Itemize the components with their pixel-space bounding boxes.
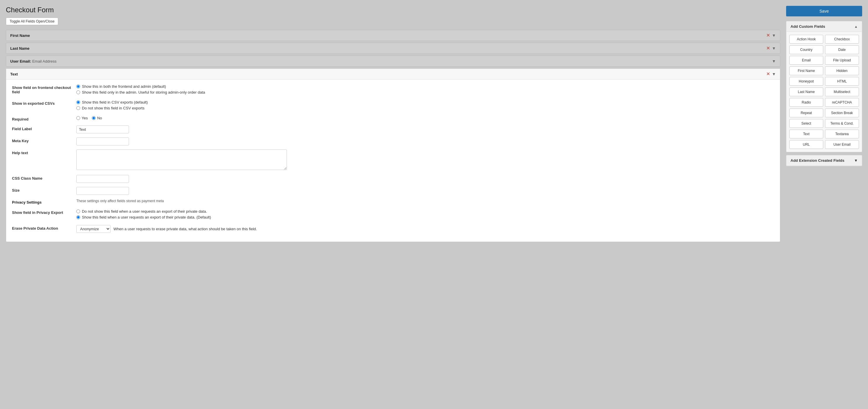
field-btn-country[interactable]: Country [789, 45, 823, 54]
field-btn-hidden[interactable]: Hidden [825, 66, 859, 75]
field-btn-textarea[interactable]: Textarea [825, 129, 859, 138]
help-text-row: Help text [12, 149, 774, 171]
field-btn-html[interactable]: HTML [825, 77, 859, 86]
show-csv-no-label: Do not show this field in CSV exports [82, 106, 145, 110]
help-text-label: Help text [12, 149, 76, 155]
css-class-label: CSS Class Name [12, 175, 76, 180]
first-name-arrow-icon[interactable]: ▼ [772, 33, 776, 38]
css-class-row: CSS Class Name [12, 175, 774, 183]
size-input[interactable] [76, 187, 129, 195]
show-csv-label: Show in exported CSVs [12, 100, 76, 106]
user-email-sublabel: Email Address [32, 59, 57, 63]
save-button[interactable]: Save [786, 6, 862, 17]
last-name-arrow-icon[interactable]: ▼ [772, 46, 776, 51]
field-label-input[interactable] [76, 125, 129, 134]
required-no-label: No [97, 116, 102, 120]
text-field-panel: Text ✕ ▼ Show field on frontend checkout… [6, 68, 780, 242]
required-radio-no[interactable] [92, 116, 96, 120]
field-btn-url[interactable]: URL [789, 140, 823, 149]
user-email-arrow-icon[interactable]: ▼ [772, 59, 776, 63]
first-name-controls: ✕ ▼ [766, 33, 776, 38]
privacy-radio-yes[interactable] [76, 215, 80, 219]
show-field-label: Show field on frontend checkout field [12, 84, 76, 94]
show-field-radio-both[interactable] [76, 85, 80, 88]
privacy-no-label: Do not show this field when a user reque… [82, 209, 207, 213]
required-row: Required Yes No [12, 116, 774, 121]
field-btn-select[interactable]: Select [789, 119, 823, 128]
show-csv-yes-label: Show this field in CSV exports (default) [82, 100, 148, 105]
required-yes-label: Yes [82, 116, 88, 120]
field-btn-first-name[interactable]: First Name [789, 66, 823, 75]
show-csv-radio-no[interactable] [76, 106, 80, 110]
css-class-content [76, 175, 774, 183]
required-label: Required [12, 116, 76, 121]
extension-fields-header[interactable]: Add Extension Created Fields ▼ [786, 155, 862, 166]
custom-fields-chevron: ▲ [854, 25, 858, 29]
show-field-radio-admin[interactable] [76, 90, 80, 94]
show-privacy-row: Show field in Privacy Export Do not show… [12, 209, 774, 221]
field-btn-email[interactable]: Email [789, 56, 823, 65]
privacy-yes-label: Show this field when a user requests an … [82, 215, 211, 220]
size-content [76, 187, 774, 195]
field-btn-section-break[interactable]: Section Break [825, 109, 859, 117]
field-btn-recaptcha[interactable]: reCAPTCHA [825, 98, 859, 107]
custom-fields-section: Add Custom Fields ▲ Action HookCheckboxC… [786, 21, 862, 152]
field-btn-last-name[interactable]: Last Name [789, 87, 823, 96]
field-btn-radio[interactable]: Radio [789, 98, 823, 107]
field-row-last-name: Last Name ✕ ▼ [6, 43, 780, 54]
erase-select[interactable]: Anonymize Remove Keep [76, 225, 111, 233]
field-btn-terms-cond[interactable]: Terms & Cond. [825, 119, 859, 128]
css-class-input[interactable] [76, 175, 129, 183]
privacy-label-col: Privacy Settings [12, 199, 76, 205]
meta-key-content [76, 138, 774, 145]
show-field-option-admin: Show this field only in the admin. Usefu… [76, 90, 774, 94]
erase-content: Anonymize Remove Keep When a user reques… [76, 225, 774, 233]
custom-fields-heading: Add Custom Fields [790, 24, 825, 29]
field-label-row: Field Label [12, 125, 774, 134]
required-radio-yes[interactable] [76, 116, 80, 120]
required-no-option: No [92, 116, 102, 120]
show-csv-option-no: Do not show this field in CSV exports [76, 106, 774, 110]
field-label-content [76, 125, 774, 134]
first-name-delete-icon[interactable]: ✕ [766, 33, 770, 38]
show-csv-radio-yes[interactable] [76, 100, 80, 104]
text-panel-title: Text [10, 72, 18, 76]
meta-key-label: Meta Key [12, 138, 76, 143]
field-btn-checkbox[interactable]: Checkbox [825, 35, 859, 43]
last-name-label: Last Name [10, 46, 30, 51]
text-panel-body: Show field on frontend checkout field Sh… [6, 80, 780, 242]
text-panel-controls: ✕ ▼ [766, 72, 776, 76]
show-privacy-label: Show field in Privacy Export [12, 209, 76, 215]
required-options: Yes No [76, 116, 774, 120]
field-label-label: Field Label [12, 125, 76, 131]
field-btn-honeypot[interactable]: Honeypot [789, 77, 823, 86]
erase-note: When a user requests to erase private da… [114, 227, 257, 231]
text-arrow-icon[interactable]: ▼ [772, 72, 776, 76]
field-btn-action-hook[interactable]: Action Hook [789, 35, 823, 43]
show-field-both-label: Show this in both the frontend and admin… [82, 84, 166, 89]
meta-key-input[interactable] [76, 138, 129, 145]
required-radio-group: Yes No [76, 116, 774, 120]
custom-fields-header[interactable]: Add Custom Fields ▲ [786, 21, 862, 32]
privacy-radio-no[interactable] [76, 209, 80, 213]
field-btn-file-upload[interactable]: File Upload [825, 56, 859, 65]
size-label: Size [12, 187, 76, 193]
field-btn-text[interactable]: Text [789, 129, 823, 138]
required-yes-option: Yes [76, 116, 88, 120]
last-name-delete-icon[interactable]: ✕ [766, 46, 770, 51]
field-row-first-name: First Name ✕ ▼ [6, 30, 780, 41]
field-btn-multiselect[interactable]: Multiselect [825, 87, 859, 96]
erase-label: Erase Private Data Action [12, 225, 76, 231]
show-field-options: Show this in both the frontend and admin… [76, 84, 774, 96]
show-field-option-both: Show this in both the frontend and admin… [76, 84, 774, 89]
show-field-admin-label: Show this field only in the admin. Usefu… [82, 90, 205, 94]
field-btn-user-email[interactable]: User Email [825, 140, 859, 149]
text-panel-header: Text ✕ ▼ [6, 69, 780, 80]
field-btn-repeat[interactable]: Repeat [789, 109, 823, 117]
field-btn-date[interactable]: Date [825, 45, 859, 54]
text-delete-icon[interactable]: ✕ [766, 72, 770, 76]
user-email-label: User Email: Email Address [10, 59, 57, 63]
help-text-textarea[interactable] [76, 149, 287, 170]
show-field-row: Show field on frontend checkout field Sh… [12, 84, 774, 96]
toggle-all-button[interactable]: Toggle All Fields Open/Close [6, 18, 58, 25]
